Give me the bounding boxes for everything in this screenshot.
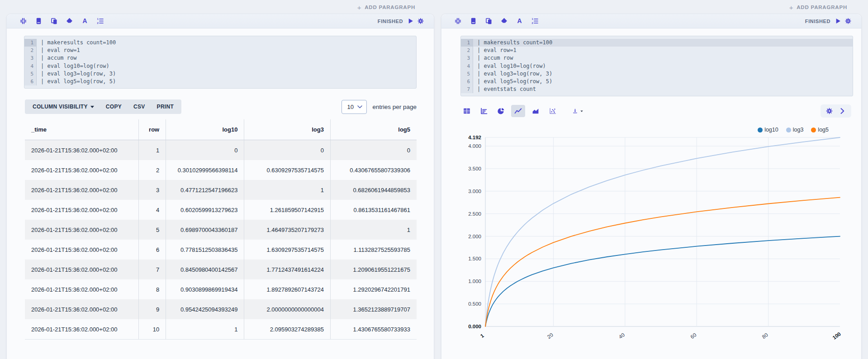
table-row[interactable]: 2026-01-21T15:36:02.000+02:0090.95424250… xyxy=(25,299,417,319)
copy-icon[interactable] xyxy=(50,17,58,25)
caret-down-icon xyxy=(580,110,583,113)
page-size-select[interactable]: 10 xyxy=(342,100,367,114)
gear-icon[interactable] xyxy=(845,18,851,24)
code-line[interactable]: 5| eval log3=log(row, 3) xyxy=(24,70,416,78)
chevron-right-icon[interactable] xyxy=(839,107,846,115)
table-cell: 0.8450980400142567 xyxy=(166,260,244,279)
caret-down-icon xyxy=(90,106,94,108)
code-line[interactable]: 3| accum row xyxy=(461,54,853,62)
series-line-log3 xyxy=(485,137,840,326)
results-table: _timerowlog10log3log52026-01-21T15:36:02… xyxy=(25,119,417,340)
scatter-plot-icon[interactable] xyxy=(545,105,560,117)
panel-header-toolbar: A 1 2 xyxy=(454,17,805,25)
play-icon[interactable] xyxy=(407,18,413,24)
bar-chart-icon[interactable] xyxy=(477,105,491,117)
column-header-log5[interactable]: log5 xyxy=(330,119,417,140)
line-chart-icon[interactable] xyxy=(511,105,525,117)
copy-label: COPY xyxy=(106,104,122,110)
numbered-list-icon[interactable]: 1 2 xyxy=(531,17,539,25)
notebook-icon[interactable] xyxy=(470,17,477,25)
code-line[interactable]: 2| eval row=1 xyxy=(461,47,853,54)
legend-item-log10[interactable]: log10 xyxy=(758,127,778,133)
x-tick-label: 20 xyxy=(546,332,554,340)
table-cell: 0 xyxy=(166,140,244,161)
spl-query-editor[interactable]: 1| makeresults count=1002| eval row=13| … xyxy=(24,36,417,89)
table-row[interactable]: 2026-01-21T15:36:02.000+02:001012.095903… xyxy=(25,319,417,340)
line-number: 2 xyxy=(461,47,473,54)
code-line[interactable]: 1| makeresults count=100 xyxy=(461,39,853,47)
chart-legend: log10log3log5 xyxy=(441,127,829,133)
legend-item-log3[interactable]: log3 xyxy=(786,127,804,133)
collapse-icon[interactable] xyxy=(19,17,27,25)
numbered-list-icon[interactable]: 1 2 xyxy=(96,17,104,25)
code-line[interactable]: 6| eval log5=log(row, 5) xyxy=(24,78,416,85)
table-cell: 0.9030899869919434 xyxy=(166,279,244,299)
column-header-log10[interactable]: log10 xyxy=(166,119,244,140)
code-text: | eventstats count xyxy=(473,85,853,93)
table-row[interactable]: 2026-01-21T15:36:02.000+02:0060.77815125… xyxy=(25,240,417,260)
print-label: PRINT xyxy=(157,104,174,110)
table-row[interactable]: 2026-01-21T15:36:02.000+02:0070.84509804… xyxy=(25,260,417,279)
spl-query-editor[interactable]: 1| makeresults count=1002| eval row=13| … xyxy=(460,36,853,96)
column-header-row[interactable]: row xyxy=(138,119,166,140)
table-row[interactable]: 2026-01-21T15:36:02.000+02:0080.90308998… xyxy=(25,279,417,299)
y-tick-label: 2.500 xyxy=(468,211,481,217)
page-size-control: 10 entries per page xyxy=(342,100,417,114)
run-status: FINISHED xyxy=(378,18,424,24)
print-button[interactable]: PRINT xyxy=(151,100,180,113)
chevron-down-icon xyxy=(357,105,362,109)
column-header-log3[interactable]: log3 xyxy=(244,119,331,140)
line-number: 7 xyxy=(461,85,473,93)
table-header-row: _timerowlog10log3log5 xyxy=(25,119,417,140)
add-paragraph-button-right[interactable]: + ADD PARAGRAPH xyxy=(441,3,847,11)
table-row[interactable]: 2026-01-21T15:36:02.000+02:0030.47712125… xyxy=(25,180,417,200)
table-row[interactable]: 2026-01-21T15:36:02.000+02:0020.30102999… xyxy=(25,160,417,180)
table-cell: 0.6989700043360187 xyxy=(166,220,244,240)
table-cell: 10 xyxy=(138,319,166,340)
column-visibility-button[interactable]: COLUMN VISIBILITY xyxy=(27,100,100,113)
legend-item-log5[interactable]: log5 xyxy=(811,127,829,133)
table-cell: 0.4771212547196623 xyxy=(166,180,244,200)
copy-button[interactable]: COPY xyxy=(100,100,128,113)
copy-icon[interactable] xyxy=(485,17,493,25)
download-button[interactable] xyxy=(571,105,585,117)
svg-text:A: A xyxy=(517,18,522,24)
code-line[interactable]: 6| eval log5=log(row, 5) xyxy=(461,78,853,85)
code-line[interactable]: 7| eventstats count xyxy=(461,85,853,93)
csv-button[interactable]: CSV xyxy=(128,100,151,113)
code-line[interactable]: 4| eval log10=log(row) xyxy=(24,62,416,70)
legend-label: log5 xyxy=(818,127,829,133)
chart-toolbar xyxy=(460,104,851,118)
code-line[interactable]: 2| eval row=1 xyxy=(24,47,416,54)
code-line[interactable]: 5| eval log3=log(row, 3) xyxy=(461,70,853,78)
table-row[interactable]: 2026-01-21T15:36:02.000+02:0040.60205999… xyxy=(25,200,417,220)
text-format-icon[interactable]: A xyxy=(516,17,523,25)
code-line[interactable]: 1| makeresults count=100 xyxy=(24,39,416,47)
table-icon[interactable] xyxy=(460,105,474,117)
gear-icon[interactable] xyxy=(417,18,424,24)
table-cell: 2026-01-21T15:36:02.000+02:00 xyxy=(25,240,138,260)
table-row[interactable]: 2026-01-21T15:36:02.000+02:001000 xyxy=(25,140,417,161)
x-tick-label: 40 xyxy=(618,332,626,340)
eraser-icon[interactable] xyxy=(500,17,508,25)
table-cell: 7 xyxy=(138,260,166,279)
area-chart-icon[interactable] xyxy=(528,105,542,117)
collapse-icon[interactable] xyxy=(454,17,462,25)
play-icon[interactable] xyxy=(835,18,841,24)
notebook-icon[interactable] xyxy=(35,17,43,25)
gear-icon[interactable] xyxy=(825,107,833,115)
code-line[interactable]: 4| eval log10=log(row) xyxy=(461,62,853,70)
add-paragraph-button-left[interactable]: + ADD PARAGRAPH xyxy=(6,3,415,11)
code-line[interactable]: 3| accum row xyxy=(24,54,416,62)
table-cell: 2026-01-21T15:36:02.000+02:00 xyxy=(25,220,138,240)
column-header-_time[interactable]: _time xyxy=(25,119,138,140)
eraser-icon[interactable] xyxy=(66,17,73,25)
table-cell: 1 xyxy=(138,140,166,161)
code-text: | eval log3=log(row, 3) xyxy=(37,70,416,78)
add-paragraph-label: ADD PARAGRAPH xyxy=(797,5,847,10)
x-tick-label: 60 xyxy=(689,332,697,340)
chart-settings-group xyxy=(821,104,851,118)
pie-chart-icon[interactable] xyxy=(494,105,508,117)
table-row[interactable]: 2026-01-21T15:36:02.000+02:0050.69897000… xyxy=(25,220,417,240)
text-format-icon[interactable]: A xyxy=(81,17,89,25)
